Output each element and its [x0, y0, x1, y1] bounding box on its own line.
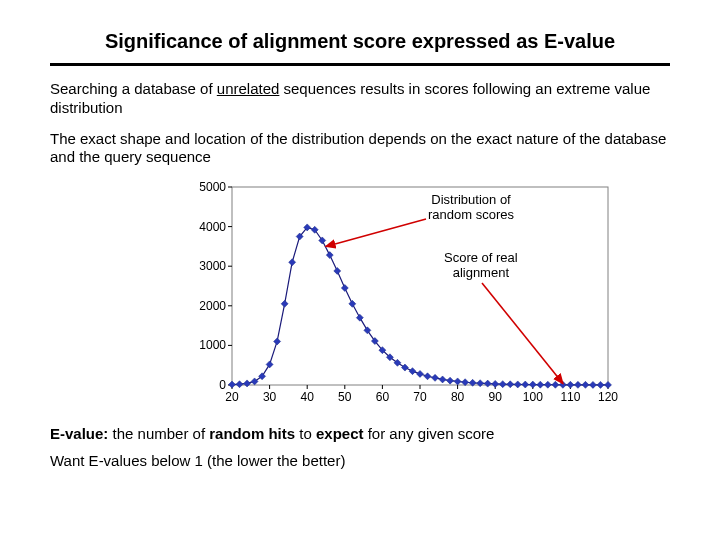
- svg-text:3000: 3000: [199, 259, 226, 273]
- ann-dist-line1: Distribution of: [431, 192, 510, 207]
- svg-line-36: [482, 283, 563, 383]
- svg-text:20: 20: [225, 390, 239, 404]
- svg-text:2000: 2000: [199, 299, 226, 313]
- p1-underlined: unrelated: [217, 80, 280, 97]
- svg-text:5000: 5000: [199, 180, 226, 194]
- svg-text:90: 90: [489, 390, 503, 404]
- svg-line-35: [326, 219, 426, 246]
- f-evalue-random: random hits: [209, 425, 295, 442]
- svg-text:70: 70: [413, 390, 427, 404]
- footer-evalue: E-value: the number of random hits to ex…: [50, 425, 670, 442]
- annotation-distribution: Distribution of random scores: [428, 193, 514, 223]
- paragraph-2: The exact shape and location of the dist…: [50, 130, 670, 168]
- title-rule: [50, 63, 670, 66]
- svg-text:60: 60: [376, 390, 390, 404]
- f-evalue-t2: to: [295, 425, 316, 442]
- annotation-score: Score of real alignment: [444, 251, 518, 281]
- ann-score-line2: alignment: [453, 265, 509, 280]
- svg-text:30: 30: [263, 390, 277, 404]
- p1-pre: Searching a database of: [50, 80, 217, 97]
- f-evalue-expect: expect: [316, 425, 364, 442]
- f-evalue-t1: the number of: [108, 425, 209, 442]
- svg-text:100: 100: [523, 390, 543, 404]
- ann-score-line1: Score of real: [444, 250, 518, 265]
- slide-title: Significance of alignment score expresse…: [50, 30, 670, 53]
- svg-text:110: 110: [560, 390, 580, 404]
- paragraph-1: Searching a database of unrelated sequen…: [50, 80, 670, 118]
- svg-text:4000: 4000: [199, 220, 226, 234]
- f-evalue-post: for any given score: [364, 425, 495, 442]
- f-evalue-label: E-value:: [50, 425, 108, 442]
- svg-text:50: 50: [338, 390, 352, 404]
- svg-text:40: 40: [301, 390, 315, 404]
- distribution-chart: 0100020003000400050002030405060708090100…: [188, 179, 618, 407]
- footer-want: Want E-values below 1 (the lower the bet…: [50, 452, 670, 469]
- chart-container: 0100020003000400050002030405060708090100…: [188, 179, 618, 407]
- ann-dist-line2: random scores: [428, 207, 514, 222]
- svg-text:1000: 1000: [199, 338, 226, 352]
- svg-text:120: 120: [598, 390, 618, 404]
- svg-text:80: 80: [451, 390, 465, 404]
